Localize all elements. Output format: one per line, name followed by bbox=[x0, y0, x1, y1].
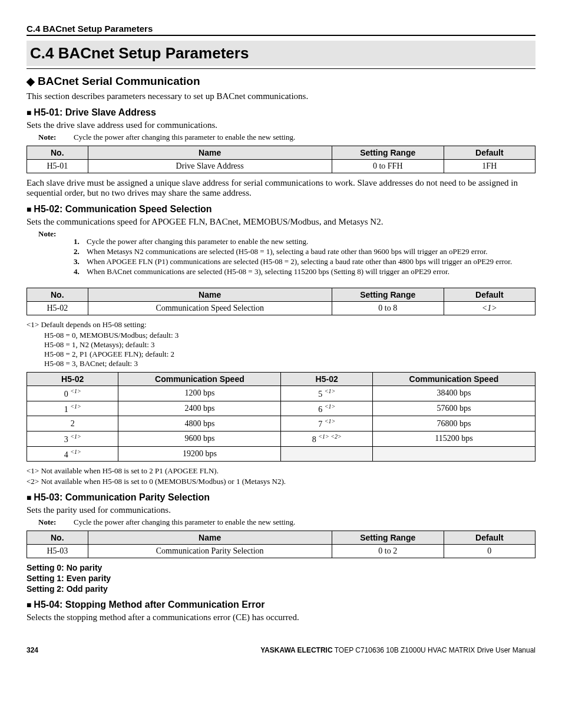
cell-speed-a: 2400 bps bbox=[118, 401, 281, 416]
h5-03-table: No. Name Setting Range Default H5-03 Com… bbox=[27, 531, 535, 558]
table-row: 24800 bps7 <1>76800 bps bbox=[27, 416, 535, 431]
col-name: Name bbox=[88, 288, 332, 302]
col-h5-02-b: H5-02 bbox=[281, 373, 372, 386]
col-range: Setting Range bbox=[332, 146, 444, 160]
h5-02-desc: Sets the communications speed for APOGEE… bbox=[27, 217, 535, 227]
col-speed-a: Communication Speed bbox=[118, 373, 281, 386]
h5-02-fn1-b: H5-08 = 1, N2 (Metasys); default: 3 bbox=[44, 340, 535, 350]
h5-03-note: Note: Cycle the power after changing thi… bbox=[38, 518, 535, 527]
col-no: No. bbox=[27, 146, 88, 160]
col-no: No. bbox=[27, 288, 88, 302]
h5-02-heading: H5-02: Communication Speed Selection bbox=[27, 204, 535, 215]
table-header-row: No. Name Setting Range Default bbox=[27, 531, 535, 545]
note-label: Note: bbox=[38, 229, 74, 284]
cell-default: 0 bbox=[444, 545, 535, 558]
cell-speed-b: 76800 bps bbox=[372, 416, 535, 431]
cell-setting-a: 1 <1> bbox=[27, 401, 118, 416]
cell-default: 1FH bbox=[444, 160, 535, 173]
cell-setting-b bbox=[281, 446, 372, 462]
cell-name: Communication Parity Selection bbox=[88, 545, 332, 558]
h5-01-desc: Sets the drive slave address used for co… bbox=[27, 120, 535, 130]
h5-03-desc: Sets the parity used for communications. bbox=[27, 505, 535, 515]
h5-01-after: Each slave drive must be assigned a uniq… bbox=[27, 178, 535, 198]
cell-no: H5-02 bbox=[27, 302, 88, 315]
cell-setting-b: 6 <1> bbox=[281, 401, 372, 416]
note-body: 1.Cycle the power after changing this pa… bbox=[74, 229, 512, 284]
h5-02-fn1-a: H5-08 = 0, MEMOBUS/Modbus; default: 3 bbox=[44, 331, 535, 340]
note-body: Cycle the power after changing this para… bbox=[74, 518, 295, 527]
h5-03-setting-2: Setting 2: Odd parity bbox=[27, 584, 535, 594]
table-header-row: No. Name Setting Range Default bbox=[27, 146, 535, 160]
h5-02-fn1-d: H5-08 = 3, BACnet; default: 3 bbox=[44, 359, 535, 368]
serial-comm-intro: This section describes parameters necess… bbox=[27, 91, 535, 101]
cell-range: 0 to 2 bbox=[332, 545, 444, 558]
h5-04-heading: H5-04: Stopping Method after Communicati… bbox=[27, 599, 535, 610]
h5-02-fn-b: <2> Not available when H5-08 is set to 0… bbox=[27, 477, 535, 486]
cell-speed-b: 57600 bps bbox=[372, 401, 535, 416]
cell-setting-a: 2 bbox=[27, 416, 118, 431]
cell-speed-b: 38400 bps bbox=[372, 386, 535, 401]
h5-01-heading: H5-01: Drive Slave Address bbox=[27, 107, 535, 118]
h5-01-note: Note: Cycle the power after changing thi… bbox=[38, 133, 535, 142]
cell-range: 0 to 8 bbox=[332, 302, 444, 315]
col-h5-02-a: H5-02 bbox=[27, 373, 118, 386]
note-label: Note: bbox=[38, 133, 74, 142]
subsection-serial-comm: BACnet Serial Communication bbox=[27, 75, 535, 88]
section-underline bbox=[27, 68, 535, 69]
h5-02-notes: Note: 1.Cycle the power after changing t… bbox=[38, 229, 535, 284]
table-row: H5-01 Drive Slave Address 0 to FFH 1FH bbox=[27, 160, 535, 173]
cell-speed-b bbox=[372, 446, 535, 462]
col-default: Default bbox=[444, 531, 535, 545]
cell-no: H5-01 bbox=[27, 160, 88, 173]
section-title: C.4 BACnet Setup Parameters bbox=[27, 41, 535, 66]
note-item: When Metasys N2 communications are selec… bbox=[87, 247, 488, 256]
cell-setting-a: 3 <1> bbox=[27, 431, 118, 446]
cell-range: 0 to FFH bbox=[332, 160, 444, 173]
cell-speed-a: 1200 bps bbox=[118, 386, 281, 401]
h5-03-heading: H5-03: Communication Parity Selection bbox=[27, 492, 535, 503]
h5-02-table: No. Name Setting Range Default H5-02 Com… bbox=[27, 288, 535, 315]
col-name: Name bbox=[88, 531, 332, 545]
page-number: 324 bbox=[27, 646, 38, 654]
h5-04-desc: Selects the stopping method after a comm… bbox=[27, 612, 535, 622]
cell-name: Communication Speed Selection bbox=[88, 302, 332, 315]
table-header-row: H5-02 Communication Speed H5-02 Communic… bbox=[27, 373, 535, 386]
cell-setting-a: 0 <1> bbox=[27, 386, 118, 401]
h5-02-fn-a: <1> Not available when H5-08 is set to 2… bbox=[27, 466, 535, 476]
cell-speed-a: 4800 bps bbox=[118, 416, 281, 431]
running-header: C.4 BACnet Setup Parameters bbox=[27, 24, 535, 36]
col-name: Name bbox=[88, 146, 332, 160]
h5-01-table: No. Name Setting Range Default H5-01 Dri… bbox=[27, 146, 535, 173]
note-body: Cycle the power after changing this para… bbox=[74, 133, 295, 142]
col-speed-b: Communication Speed bbox=[372, 373, 535, 386]
cell-setting-b: 8 <1> <2> bbox=[281, 431, 372, 446]
col-default: Default bbox=[444, 146, 535, 160]
table-row: 4 <1>19200 bps bbox=[27, 446, 535, 462]
cell-speed-b: 115200 bps bbox=[372, 431, 535, 446]
table-row: 3 <1>9600 bps8 <1> <2>115200 bps bbox=[27, 431, 535, 446]
cell-name: Drive Slave Address bbox=[88, 160, 332, 173]
table-row: H5-02 Communication Speed Selection 0 to… bbox=[27, 302, 535, 315]
page-footer: 324 YASKAWA ELECTRIC TOEP C710636 10B Z1… bbox=[27, 646, 535, 654]
h5-02-speed-table: H5-02 Communication Speed H5-02 Communic… bbox=[27, 372, 535, 462]
h5-02-fn1-c: H5-08 = 2, P1 (APOGEE FLN); default: 2 bbox=[44, 350, 535, 359]
cell-setting-b: 7 <1> bbox=[281, 416, 372, 431]
cell-default: <1> bbox=[444, 302, 535, 315]
note-label: Note: bbox=[38, 518, 74, 527]
table-row: H5-03 Communication Parity Selection 0 t… bbox=[27, 545, 535, 558]
note-item: When APOGEE FLN (P1) communications are … bbox=[87, 257, 512, 266]
cell-setting-a: 4 <1> bbox=[27, 446, 118, 462]
h5-03-setting-1: Setting 1: Even parity bbox=[27, 574, 535, 583]
col-range: Setting Range bbox=[332, 531, 444, 545]
table-row: 0 <1>1200 bps5 <1>38400 bps bbox=[27, 386, 535, 401]
h5-03-setting-0: Setting 0: No parity bbox=[27, 563, 535, 572]
table-header-row: No. Name Setting Range Default bbox=[27, 288, 535, 302]
col-default: Default bbox=[444, 288, 535, 302]
col-range: Setting Range bbox=[332, 288, 444, 302]
col-no: No. bbox=[27, 531, 88, 545]
cell-no: H5-03 bbox=[27, 545, 88, 558]
table-row: 1 <1>2400 bps6 <1>57600 bps bbox=[27, 401, 535, 416]
cell-setting-b: 5 <1> bbox=[281, 386, 372, 401]
cell-speed-a: 9600 bps bbox=[118, 431, 281, 446]
cell-speed-a: 19200 bps bbox=[118, 446, 281, 462]
